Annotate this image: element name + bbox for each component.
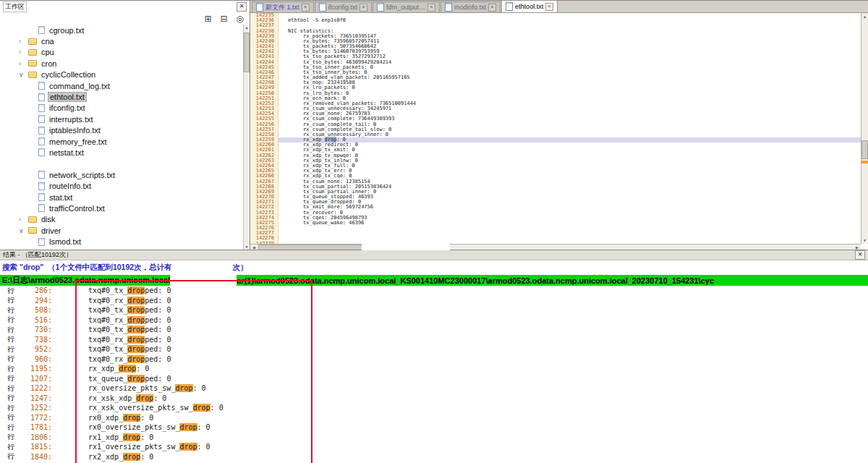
result-row-line-label: 行	[0, 354, 19, 364]
tree-item[interactable]: ›cron	[0, 58, 244, 69]
tree-item[interactable]: interrupts.txt	[0, 114, 244, 124]
close-icon[interactable]: ✕	[855, 250, 865, 260]
document-icon	[319, 3, 326, 12]
tree-item[interactable]: ifconfig.txt	[0, 103, 244, 114]
tab-bar: 新文件 1.txt×ifconfig.txt×fdm_output…×modin…	[250, 1, 868, 13]
result-line-number: 516:	[19, 316, 52, 324]
tree-item-label: cgroup.txt	[48, 26, 85, 35]
editor-line[interactable]: 142237	[250, 23, 861, 28]
tree-item[interactable]: ∨driver	[0, 225, 244, 236]
tree-item[interactable]: command_log.txt	[0, 80, 244, 91]
results-header: 结果 - （匹配10192次） ✕	[0, 250, 868, 260]
close-icon[interactable]: ✕	[237, 2, 247, 12]
editor-line[interactable]: 142275 tx_queue_wake: 46396	[250, 221, 861, 226]
tree-item-label: cyclicCollection	[40, 70, 97, 79]
editor-tab[interactable]: ifconfig.txt×	[315, 1, 373, 12]
tree-item-redacted	[0, 158, 244, 169]
scroll-thumb[interactable]	[244, 33, 250, 72]
editor-line[interactable]: 142236ethtool -S enp1s0f0	[250, 18, 861, 23]
tree-item[interactable]: iptablesInfo.txt	[0, 125, 244, 136]
redaction-box	[174, 263, 231, 273]
chevron-down-icon[interactable]: ∨	[19, 227, 28, 234]
file-icon	[38, 127, 45, 135]
editor-tab[interactable]: ethtool.txt×	[501, 0, 558, 12]
close-icon[interactable]: ×	[302, 4, 310, 12]
search-summary: 搜索 "drop" （1个文件中匹配到10192次，总计有 次）	[0, 260, 868, 275]
workspace-title: 工作区	[3, 1, 27, 12]
editor-tab[interactable]: 新文件 1.txt×	[252, 1, 314, 12]
close-icon[interactable]: ×	[427, 4, 435, 12]
result-row-line-label: 行	[0, 344, 19, 354]
folder-icon	[28, 216, 37, 223]
result-line-number: 1195:	[19, 365, 52, 373]
editor-line[interactable]: 142276	[250, 226, 861, 231]
tree-item[interactable]: ∨cyclicCollection	[0, 69, 244, 80]
result-row-line-label: 行	[0, 334, 19, 344]
tab-label: 新文件 1.txt	[265, 3, 299, 12]
result-row-line-label: 行	[0, 364, 19, 374]
file-icon	[38, 93, 45, 101]
result-line-number: 1222:	[19, 384, 52, 392]
tree-item[interactable]: routeInfo.txt	[0, 180, 244, 191]
refresh-workspace-icon[interactable]: ⊟	[220, 14, 227, 24]
tree-item-label: cpu	[40, 48, 56, 56]
locate-file-icon[interactable]: ◎	[237, 14, 244, 24]
editor-lines[interactable]: 142235142236ethtool -S enp1s0f0142237142…	[250, 13, 861, 244]
result-row-line-label: 行	[0, 286, 19, 296]
close-icon[interactable]: ×	[359, 4, 367, 12]
result-line-number: 1772:	[19, 414, 52, 422]
folder-icon	[28, 72, 37, 78]
close-icon[interactable]: ×	[545, 3, 553, 11]
result-row-line-label: 行	[0, 383, 19, 394]
result-line-number: 294:	[19, 297, 52, 305]
result-row-line-label: 行	[0, 432, 19, 442]
editor-area: 新文件 1.txt×ifconfig.txt×fdm_output…×modin…	[250, 1, 868, 250]
result-row-line-label: 行	[0, 305, 19, 315]
close-icon[interactable]: ×	[488, 4, 496, 12]
tree-item[interactable]: cgroup.txt	[0, 25, 244, 35]
file-icon	[38, 26, 45, 34]
tree-item-label: disk	[40, 215, 57, 224]
editor-tab[interactable]: fdm_output…×	[373, 1, 440, 12]
tree-item-label: network_scripts.txt	[48, 171, 116, 179]
summary-suffix: 次）	[231, 263, 248, 273]
tree-item[interactable]: netstat.txt	[0, 147, 244, 158]
chevron-down-icon[interactable]: ∨	[19, 71, 28, 78]
tree-item[interactable]: lsmod.txt	[0, 236, 244, 247]
tree-item[interactable]: ›cna	[0, 35, 244, 46]
scroll-up-icon[interactable]: ▲	[244, 25, 250, 31]
result-line-number: 730:	[19, 326, 52, 334]
file-icon	[38, 171, 45, 179]
tree-item[interactable]: stat.txt	[0, 192, 244, 203]
tree-item[interactable]: network_scripts.txt	[0, 169, 244, 180]
tree-item[interactable]: ›disk	[0, 214, 244, 225]
chevron-right-icon[interactable]: ›	[19, 60, 28, 67]
tree-item[interactable]: ethtool.txt	[0, 91, 244, 102]
tree-scrollbar[interactable]: ▲ ▼	[243, 25, 250, 250]
editor-line[interactable]: 142277	[250, 231, 861, 236]
result-line-number: 1840:	[19, 453, 52, 461]
scroll-thumb[interactable]	[861, 140, 868, 159]
tree-item-label: memory_free.txt	[48, 137, 108, 146]
editor-tab[interactable]: modinfo.txt×	[441, 1, 501, 12]
scroll-down-icon[interactable]: ▼	[861, 237, 868, 244]
chevron-right-icon[interactable]: ›	[19, 38, 28, 45]
tree-item[interactable]: memory_free.txt	[0, 136, 244, 147]
result-row-line-label: 行	[0, 412, 19, 422]
result-line-number: 508:	[19, 306, 52, 314]
workspace-panel: 工作区 ✕ ⊞ ⊟ ◎ cgroup.txt›cna›cpu›cron∨cycl…	[0, 1, 250, 250]
file-icon	[38, 115, 45, 123]
tree-item[interactable]: ›cpu	[0, 47, 244, 58]
chevron-right-icon[interactable]: ›	[19, 48, 28, 56]
scroll-up-icon[interactable]: ▲	[861, 13, 868, 20]
result-line-number: 1815:	[19, 443, 52, 451]
tree-item[interactable]: trafficControl.txt	[0, 203, 244, 213]
editor-vertical-scrollbar[interactable]: ▲ ▼	[861, 13, 868, 244]
chevron-right-icon[interactable]: ›	[19, 216, 28, 223]
result-line-number: 286:	[19, 286, 52, 294]
line-text	[278, 226, 288, 231]
result-row-line-label: 行	[0, 393, 19, 403]
folder-icon	[28, 60, 37, 67]
sync-document-icon[interactable]: ⊞	[204, 14, 211, 24]
editor-line[interactable]: 142278	[250, 236, 861, 241]
